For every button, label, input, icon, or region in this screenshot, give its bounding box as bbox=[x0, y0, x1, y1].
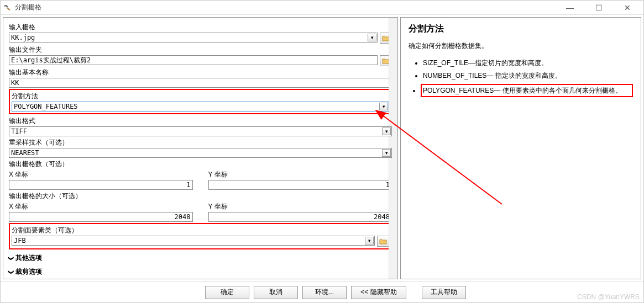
env-button[interactable]: 环境... bbox=[302, 286, 347, 299]
window-title: 分割栅格 bbox=[15, 3, 562, 12]
folder-icon bbox=[379, 238, 387, 244]
split-polygon-select[interactable] bbox=[12, 236, 375, 246]
crop-options-expander[interactable]: 裁剪选项 bbox=[9, 265, 392, 279]
browse-split-polygon-button[interactable] bbox=[377, 236, 389, 247]
hide-help-button[interactable]: << 隐藏帮助 bbox=[351, 286, 406, 299]
num-rasters-label: 输出栅格数（可选） bbox=[9, 159, 392, 169]
help-item-highlight: POLYGON_FEATURES— 使用要素类中的各个面几何来分割栅格。 bbox=[421, 84, 633, 98]
chevron-down-icon[interactable]: ▾ bbox=[382, 149, 391, 157]
split-method-highlight: 分割方法 ▾ bbox=[9, 89, 392, 114]
other-options-expander[interactable]: 其他选项 bbox=[9, 251, 392, 265]
output-format-select[interactable] bbox=[9, 126, 392, 136]
watermark: CSDN @YuanYWRS bbox=[577, 293, 640, 301]
chevron-down-icon[interactable]: ▾ bbox=[368, 34, 376, 41]
form-panel: 输入栅格 ▾ 输出文件夹 bbox=[3, 17, 398, 279]
titlebar: 分割栅格 — ☐ ✕ bbox=[1, 1, 643, 15]
raster-size-label: 输出栅格的大小（可选） bbox=[9, 191, 392, 201]
help-item: NUMBER_OF_TILES— 指定块的宽度和高度。 bbox=[423, 71, 633, 81]
raster-size-y-label: Y 坐标 bbox=[208, 201, 392, 212]
raster-size-x-label: X 坐标 bbox=[9, 201, 193, 212]
tool-help-button[interactable]: 工具帮助 bbox=[422, 286, 466, 299]
output-format-label: 输出格式 bbox=[9, 116, 392, 126]
raster-size-y-field[interactable] bbox=[208, 212, 392, 222]
output-folder-label: 输出文件夹 bbox=[9, 45, 392, 55]
raster-size-x-field[interactable] bbox=[9, 212, 193, 222]
num-rasters-y-field[interactable] bbox=[208, 180, 392, 190]
maximize-button[interactable]: ☐ bbox=[590, 3, 607, 12]
close-button[interactable]: ✕ bbox=[619, 3, 636, 12]
output-basename-field[interactable] bbox=[9, 78, 392, 88]
split-polygon-label: 分割面要素类（可选） bbox=[12, 225, 389, 236]
output-folder-field[interactable] bbox=[9, 55, 378, 65]
help-item: SIZE_OF_TILE—指定切片的宽度和高度。 bbox=[423, 59, 633, 68]
minimize-button[interactable]: — bbox=[562, 3, 578, 12]
split-polygon-highlight: 分割面要素类（可选） ▾ bbox=[9, 223, 392, 249]
num-rasters-x-field[interactable] bbox=[9, 180, 193, 190]
help-title: 分割方法 bbox=[409, 23, 633, 35]
num-rasters-x-label: X 坐标 bbox=[9, 169, 193, 180]
cancel-button[interactable]: 取消 bbox=[254, 286, 298, 299]
output-basename-label: 输出基本名称 bbox=[9, 67, 392, 78]
hammer-icon bbox=[3, 3, 12, 12]
chevron-down-icon[interactable]: ▾ bbox=[365, 237, 374, 244]
button-bar: 确定 取消 环境... << 隐藏帮助 工具帮助 bbox=[1, 281, 643, 302]
num-rasters-y-label: Y 坐标 bbox=[208, 169, 392, 180]
help-panel: 分割方法 确定如何分割栅格数据集。 SIZE_OF_TILE—指定切片的宽度和高… bbox=[400, 17, 641, 279]
svg-rect-0 bbox=[7, 7, 11, 10]
help-desc: 确定如何分割栅格数据集。 bbox=[409, 41, 633, 51]
ok-button[interactable]: 确定 bbox=[205, 286, 249, 299]
split-method-select[interactable] bbox=[12, 102, 389, 111]
input-raster-field[interactable] bbox=[9, 33, 378, 42]
resample-label: 重采样技术（可选） bbox=[9, 137, 392, 148]
chevron-down-icon[interactable]: ▾ bbox=[379, 103, 388, 110]
split-method-label: 分割方法 bbox=[12, 91, 389, 102]
chevron-down-icon[interactable]: ▾ bbox=[382, 127, 391, 135]
resample-select[interactable] bbox=[9, 148, 392, 158]
input-raster-label: 输入栅格 bbox=[9, 22, 392, 33]
